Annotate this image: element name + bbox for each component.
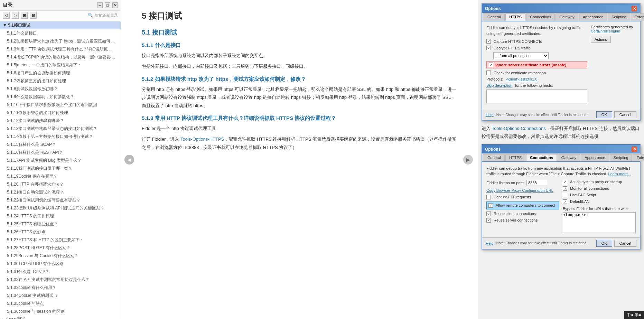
sidebar-maximize-btn[interactable]: □ xyxy=(105,2,110,8)
tab-connections[interactable]: Connections xyxy=(526,13,555,21)
sidebar-item-5.1.5[interactable]: 5.1.5jmeter，一个接口的响应结果如下： xyxy=(0,61,121,69)
sidebar-item-5.1.29[interactable]: 5.1.29Session 与 Cookie 有什么区别？ xyxy=(0,252,121,260)
protocols-row: Protocols: <client>;ssl3;tls1.0 xyxy=(486,77,587,81)
default-lan-label: DefaultLAN xyxy=(570,199,589,204)
reuse-client-checkbox[interactable] xyxy=(486,212,491,216)
d2-tab-scripting[interactable]: Scripting xyxy=(610,154,632,161)
sidebar-item-5.1[interactable]: ▼ 5.1接口测试 xyxy=(0,21,121,29)
decrypt-https-checkbox[interactable] xyxy=(486,46,491,50)
sidebar-item-5.1.23[interactable]: 5.1.23提到 UI 级别测试和 API 测试之间的关键区别？ xyxy=(0,204,121,212)
actions-btn[interactable]: Actions xyxy=(591,36,611,43)
default-lan-checkbox[interactable] xyxy=(563,199,567,204)
sidebar-item-5.1.35[interactable]: 5.1.35cookie 的缺点 xyxy=(0,300,121,308)
status-bar: 中● 半● xyxy=(624,311,644,319)
capture-https-checkbox[interactable] xyxy=(486,39,491,44)
port-input[interactable] xyxy=(526,180,547,186)
cert-engine-link[interactable]: CertEnroll engine xyxy=(591,29,620,33)
reuse-client-row: Reuse client connections xyxy=(486,212,559,216)
tab-gateway[interactable]: Gateway xyxy=(556,13,578,21)
reuse-server-checkbox[interactable] xyxy=(486,218,491,223)
sidebar-item-5.1.25[interactable]: 5.1.25HTTPS 有哪些优点？ xyxy=(0,220,121,228)
d2-tab-gateway[interactable]: Gateway xyxy=(558,154,580,161)
monitor-checkbox[interactable] xyxy=(563,186,567,191)
dialog1-close-btn[interactable]: ✕ xyxy=(632,6,637,11)
sidebar-item-5.1.8[interactable]: 5.1.8测试数数据你放在哪？ xyxy=(0,85,121,93)
sidebar-item-5.1.33[interactable]: 5.1.33cookie 有什么作用？ xyxy=(0,284,121,292)
nav-arrow-left[interactable]: ◀ xyxy=(124,155,134,165)
expand-btn[interactable]: ⊞ xyxy=(21,12,28,19)
ignore-cert-checkbox[interactable] xyxy=(489,63,493,67)
sidebar-item-5.1.1[interactable]: 5.1.1什么是接口 xyxy=(0,29,121,37)
sidebar-item-5.1.3[interactable]: 5.1.3常用 HTTP 协议调试代理工具有什么？详细说明抓 ... xyxy=(0,45,121,53)
sidebar-item-5.1.22[interactable]: 5.1.22接口测试用例的编写要点有哪些？ xyxy=(0,196,121,204)
sidebar-item-5.1.28[interactable]: 5.1.28POST 和 GET 有什么区别？ xyxy=(0,244,121,252)
dialog2-ok-btn[interactable]: OK xyxy=(596,240,612,247)
use-pac-checkbox[interactable] xyxy=(563,193,567,197)
sidebar-close-btn[interactable]: ✕ xyxy=(112,2,118,8)
tab-https[interactable]: HTTPS xyxy=(505,13,525,21)
sidebar-item-5.1.12[interactable]: 5.1.12接口测试的步骤有哪些？ xyxy=(0,117,121,125)
dialog2-titlebar: Options ✕ xyxy=(482,145,640,153)
act-proxy-checkbox[interactable] xyxy=(563,180,567,184)
dialog2-close-btn[interactable]: ✕ xyxy=(632,147,637,152)
sidebar-item-5.1.6[interactable]: 5.1.6接口产生的垃圾数据如何清理 xyxy=(0,69,121,77)
back-btn[interactable]: ◁ xyxy=(3,12,10,19)
d2-tab-connections[interactable]: Connections xyxy=(526,154,557,161)
sidebar-item-5.1.9[interactable]: 5.1.9什么是数据驱动，如何参数化？ xyxy=(0,93,121,101)
doc-h3-3: 5.1.3 常用 HTTP 协议调试代理工具有什么？详细说明抓取 HTTPS 协… xyxy=(142,115,457,122)
tab-extensions[interactable]: Extensions xyxy=(631,13,644,21)
sidebar-item-5.1.17[interactable]: 5.1.17API 测试发现的 Bug 类型是什么？ xyxy=(0,157,121,165)
skip-decryption-link[interactable]: Skip decryption xyxy=(486,83,512,87)
sidebar-item-5.1.4[interactable]: 5.1.4描述 TCP/IP 协议的层次结构，以及每一层中重要协 ... xyxy=(0,53,121,61)
dialog1-cancel-btn[interactable]: Cancel xyxy=(614,111,636,118)
d2-tab-https[interactable]: HTTPS xyxy=(505,154,525,161)
dialog1-ok-btn[interactable]: OK xyxy=(596,111,612,118)
sidebar-item-5.1.11[interactable]: 5.1.11依赖于登录的接口如何处理 xyxy=(0,109,121,117)
sidebar-item-5.1.10[interactable]: 5.1.10下个接口请求参数依赖上个接口的返回数据 xyxy=(0,101,121,109)
copy-browser-proxy-link[interactable]: Copy Browser Proxy Configuration URL xyxy=(486,188,553,193)
reuse-server-label: Reuse server connections xyxy=(494,218,538,222)
sidebar-item-5.1.18[interactable]: 5.1.18我们测试的接口属于哪一类？ xyxy=(0,165,121,172)
sidebar-item-6app[interactable]: ▶ 6App 测试 xyxy=(0,316,121,319)
dialog2-help-link[interactable]: Help xyxy=(486,241,494,245)
sidebar-item-5.1.16[interactable]: 5.1.16解释什么是 REST API？ xyxy=(0,149,121,157)
d2-tab-extensions[interactable]: Extensions xyxy=(633,154,644,161)
tab-appearance[interactable]: Appearance xyxy=(579,13,607,21)
sidebar-item-5.1.31[interactable]: 5.1.31什么是 TCP/IP？ xyxy=(0,268,121,276)
collapse-btn[interactable]: ⊟ xyxy=(30,12,37,19)
protocols-value[interactable]: <client>;ssl3;tls1.0 xyxy=(506,77,538,81)
sidebar-item-5.1.30[interactable]: 5.1.30TCP 和 UDP 有什么区别 xyxy=(0,260,121,268)
ignore-cert-row: Ignore server certificate errors (unsafe… xyxy=(486,61,587,68)
sidebar-item-5.1.24[interactable]: 5.1.24HTTPS 的工作原理 xyxy=(0,212,121,220)
allow-remote-checkbox[interactable] xyxy=(488,203,493,208)
sidebar-item-5.1.36[interactable]: 5.1.36cookie 与 session 的区别 xyxy=(0,308,121,316)
sidebar-item-5.1.26[interactable]: 5.1.26HTTPS 的缺点 xyxy=(0,228,121,236)
tab-scripting[interactable]: Scripting xyxy=(608,13,630,21)
sidebar-item-5.1.19[interactable]: 5.1.19Cookie 保存在哪里？ xyxy=(0,172,121,180)
dialog2-footer: Help Note: Changes may not take effect u… xyxy=(482,237,640,249)
sidebar-item-5.1.21[interactable]: 5.1.21接口自动化测试的流程？ xyxy=(0,188,121,196)
sidebar-item-5.1.7[interactable]: 5.1.7依赖第三方的接口如何处理 xyxy=(0,77,121,85)
check-revocation-checkbox[interactable] xyxy=(486,71,491,75)
tab-general[interactable]: General xyxy=(484,13,505,21)
sidebar-item-5.1.20[interactable]: 5.1.20HTTP 有哪些请求方法？ xyxy=(0,180,121,188)
sidebar-minimize-btn[interactable]: ─ xyxy=(97,2,103,8)
sidebar-item-5.1.13[interactable]: 5.1.13接口测试中核验登录状态的接口如何测试？ xyxy=(0,125,121,133)
sidebar-item-5.1.2[interactable]: 5.1.2如果模块请求 http 改为了 https，测试方案应该如何 ... xyxy=(0,37,121,45)
dialog2-footer-note: Note: Changes may not take effect until … xyxy=(496,241,596,245)
forward-btn[interactable]: ▷ xyxy=(12,12,19,19)
sidebar-item-5.1.14[interactable]: 5.1.14依赖于第三方数据的接口如何进行测试？ xyxy=(0,133,121,141)
sidebar-item-5.1.27[interactable]: 5.1.27HTTPS 和 HTTP 的区别主要如下： xyxy=(0,236,121,244)
sidebar-item-5.1.15[interactable]: 5.1.15解释什么是 SOAP？ xyxy=(0,141,121,149)
learn-more-link[interactable]: Learn more... xyxy=(608,172,631,176)
dialog1-help-link[interactable]: Help xyxy=(486,113,494,117)
dialog2-cancel-btn[interactable]: Cancel xyxy=(614,240,636,247)
d2-tab-appearance[interactable]: Appearance xyxy=(581,154,609,161)
ftp-checkbox[interactable] xyxy=(486,195,491,199)
smart-recognize-label: 智能识别目录 xyxy=(95,13,118,18)
d2-tab-general[interactable]: General xyxy=(484,154,505,161)
sidebar-item-5.1.34[interactable]: 5.1.34Cookie 测试的测试点 xyxy=(0,292,121,300)
bypass-textarea[interactable] xyxy=(563,212,636,233)
from-processes-select[interactable]: ...from all processes xyxy=(493,52,549,59)
sidebar-item-5.1.32[interactable]: 5.1.32在 API 测试中测试的常用协议是什么？ xyxy=(0,276,121,284)
